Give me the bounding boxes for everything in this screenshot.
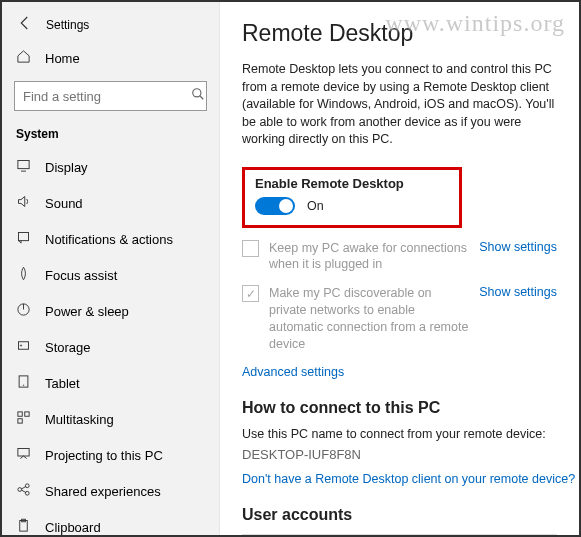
clipboard-icon	[16, 518, 45, 535]
sidebar-item-multitasking[interactable]: Multitasking	[2, 401, 219, 437]
svg-point-11	[18, 488, 22, 492]
sidebar-item-label: Notifications & actions	[45, 232, 173, 247]
sidebar-item-label: Storage	[45, 340, 91, 355]
svg-rect-9	[18, 419, 22, 423]
svg-point-5	[20, 345, 21, 346]
sidebar-item-focus[interactable]: Focus assist	[2, 257, 219, 293]
search-input[interactable]	[14, 81, 207, 111]
tablet-icon	[16, 374, 45, 392]
connect-desc: Use this PC name to connect from your re…	[242, 427, 557, 441]
home-link[interactable]: Home	[2, 41, 219, 75]
sidebar-item-label: Multitasking	[45, 412, 114, 427]
svg-point-0	[193, 89, 201, 97]
search-icon	[191, 87, 205, 105]
search-field[interactable]	[23, 89, 191, 104]
keep-awake-settings-link[interactable]: Show settings	[479, 240, 557, 254]
svg-rect-1	[18, 161, 29, 169]
svg-rect-10	[18, 449, 29, 457]
sidebar-item-power[interactable]: Power & sleep	[2, 293, 219, 329]
display-icon	[16, 158, 45, 176]
svg-point-12	[25, 484, 29, 488]
sound-icon	[16, 194, 45, 212]
enable-remote-label: Enable Remote Desktop	[255, 176, 449, 191]
enable-remote-box: Enable Remote Desktop On	[242, 167, 462, 228]
sidebar-item-notifications[interactable]: Notifications & actions	[2, 221, 219, 257]
discoverable-checkbox[interactable]: ✓	[242, 285, 259, 302]
sidebar-item-label: Focus assist	[45, 268, 117, 283]
connect-title: How to connect to this PC	[242, 399, 557, 417]
sidebar-item-sound[interactable]: Sound	[2, 185, 219, 221]
sidebar-item-label: Tablet	[45, 376, 80, 391]
user-accounts-title: User accounts	[242, 506, 557, 524]
storage-icon	[16, 338, 45, 356]
sidebar-item-display[interactable]: Display	[2, 149, 219, 185]
sidebar-item-label: Shared experiences	[45, 484, 161, 499]
back-icon[interactable]	[16, 14, 46, 35]
keep-awake-checkbox[interactable]	[242, 240, 259, 257]
svg-rect-7	[18, 412, 22, 416]
sidebar-item-projecting[interactable]: Projecting to this PC	[2, 437, 219, 473]
enable-remote-toggle[interactable]	[255, 197, 295, 215]
discoverable-settings-link[interactable]: Show settings	[479, 285, 557, 299]
sidebar-item-label: Display	[45, 160, 88, 175]
sidebar-item-shared[interactable]: Shared experiences	[2, 473, 219, 509]
sidebar-item-storage[interactable]: Storage	[2, 329, 219, 365]
power-icon	[16, 302, 45, 320]
sidebar: Settings Home System Display Sound Notif…	[2, 2, 220, 535]
page-description: Remote Desktop lets you connect to and c…	[242, 61, 557, 149]
svg-rect-2	[19, 233, 29, 241]
projecting-icon	[16, 446, 45, 464]
advanced-settings-link[interactable]: Advanced settings	[242, 365, 344, 379]
pc-name: DESKTOP-IUF8F8N	[242, 447, 557, 462]
discoverable-label: Make my PC discoverable on private netwo…	[269, 285, 479, 353]
home-label: Home	[45, 51, 80, 66]
sidebar-item-label: Power & sleep	[45, 304, 129, 319]
sidebar-item-tablet[interactable]: Tablet	[2, 365, 219, 401]
sidebar-item-clipboard[interactable]: Clipboard	[2, 509, 219, 535]
settings-title: Settings	[46, 18, 89, 32]
divider	[242, 534, 557, 535]
no-client-link[interactable]: Don't have a Remote Desktop client on yo…	[242, 472, 575, 486]
notifications-icon	[16, 230, 45, 248]
multitasking-icon	[16, 410, 45, 428]
page-title: Remote Desktop	[242, 20, 557, 47]
sidebar-item-label: Clipboard	[45, 520, 101, 535]
sidebar-item-label: Projecting to this PC	[45, 448, 163, 463]
section-title: System	[2, 121, 219, 149]
keep-awake-label: Keep my PC awake for connections when it…	[269, 240, 479, 274]
focus-icon	[16, 266, 45, 284]
sidebar-item-label: Sound	[45, 196, 83, 211]
shared-icon	[16, 482, 45, 500]
home-icon	[16, 49, 45, 67]
content: Remote Desktop Remote Desktop lets you c…	[220, 2, 579, 535]
toggle-state: On	[307, 199, 324, 213]
svg-point-13	[25, 491, 29, 495]
svg-rect-8	[25, 412, 29, 416]
